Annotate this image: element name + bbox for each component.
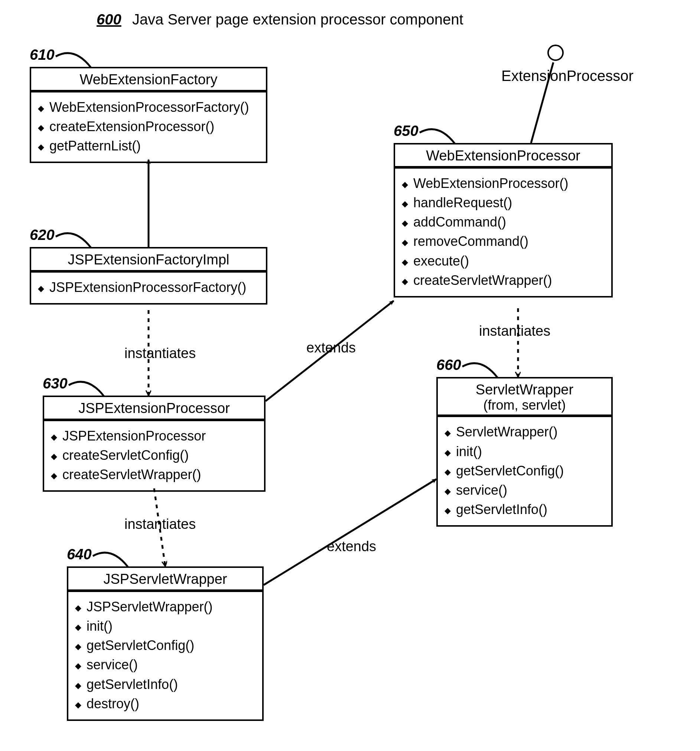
class-servlet-wrapper: ServletWrapper (from, servlet) ServletWr… [436, 377, 613, 527]
method-item: getServletConfig() [75, 636, 257, 655]
method-item: execute() [402, 252, 606, 271]
method-item: createExtensionProcessor() [38, 117, 261, 136]
edge-label-instantiates: instantiates [124, 345, 196, 362]
method-item: getPatternList() [38, 136, 261, 156]
method-item: getServletConfig() [445, 461, 606, 481]
class-jsp-extension-factory-impl: JSPExtensionFactoryImpl JSPExtensionProc… [30, 247, 267, 304]
class-name: JSPExtensionFactoryImpl [31, 249, 266, 272]
class-body: ServletWrapper() init() getServletConfig… [438, 417, 611, 525]
diagram-title: 600 Java Server page extension processor… [97, 11, 464, 28]
method-item: JSPExtensionProcessorFactory() [38, 278, 261, 297]
method-item: init() [445, 442, 606, 461]
class-body: JSPExtensionProcessorFactory() [31, 273, 266, 303]
diagram-number: 600 [97, 11, 121, 28]
class-name-sub: (from, servlet) [440, 398, 609, 413]
class-name: ServletWrapper (from, servlet) [438, 379, 611, 416]
class-name: WebExtensionFactory [31, 68, 266, 91]
edge-label-extends: extends [327, 539, 376, 555]
edge-label-extends: extends [306, 340, 356, 356]
class-body: WebExtensionProcessorFactory() createExt… [31, 93, 266, 162]
ref-620: 620 [30, 227, 55, 243]
class-web-extension-factory: WebExtensionFactory WebExtensionProcesso… [30, 67, 267, 163]
class-body: JSPServletWrapper() init() getServletCon… [68, 592, 262, 719]
method-item: handleRequest() [402, 193, 606, 212]
ref-650: 650 [394, 122, 419, 139]
edge-label-instantiates: instantiates [479, 323, 550, 339]
method-item: getServletInfo() [445, 500, 606, 519]
class-name-main: ServletWrapper [476, 382, 573, 397]
class-body: WebExtensionProcessor() handleRequest() … [395, 168, 611, 296]
method-item: service() [445, 481, 606, 500]
ref-640: 640 [67, 546, 92, 563]
method-item: addCommand() [402, 212, 606, 232]
class-jsp-extension-processor: JSPExtensionProcessor JSPExtensionProces… [43, 396, 266, 492]
method-item: JSPServletWrapper() [75, 597, 257, 617]
class-web-extension-processor: WebExtensionProcessor WebExtensionProces… [394, 143, 613, 298]
diagram-canvas: 600 Java Server page extension processor… [0, 0, 700, 751]
diagram-title-text: Java Server page extension processor com… [132, 11, 464, 28]
ref-630: 630 [43, 375, 68, 392]
method-item: createServletWrapper() [51, 465, 259, 484]
interface-label: ExtensionProcessor [501, 68, 634, 84]
method-item: WebExtensionProcessorFactory() [38, 98, 261, 117]
method-item: destroy() [75, 694, 257, 714]
method-item: getServletInfo() [75, 675, 257, 694]
ref-610: 610 [30, 46, 55, 63]
class-name: JSPServletWrapper [68, 568, 262, 591]
method-item: WebExtensionProcessor() [402, 174, 606, 193]
method-item: ServletWrapper() [445, 422, 606, 442]
method-item: service() [75, 655, 257, 674]
method-item: init() [75, 617, 257, 636]
method-item: removeCommand() [402, 232, 606, 251]
method-item: JSPExtensionProcessor [51, 426, 259, 446]
interface-circle-icon [547, 45, 564, 61]
class-jsp-servlet-wrapper: JSPServletWrapper JSPServletWrapper() in… [67, 566, 264, 721]
method-item: createServletConfig() [51, 446, 259, 465]
svg-line-4 [264, 479, 436, 585]
edge-label-instantiates: instantiates [124, 516, 196, 532]
ref-660: 660 [436, 357, 461, 373]
class-name: JSPExtensionProcessor [44, 397, 264, 420]
class-name: WebExtensionProcessor [395, 144, 611, 167]
class-body: JSPExtensionProcessor createServletConfi… [44, 421, 264, 491]
method-item: createServletWrapper() [402, 271, 606, 290]
